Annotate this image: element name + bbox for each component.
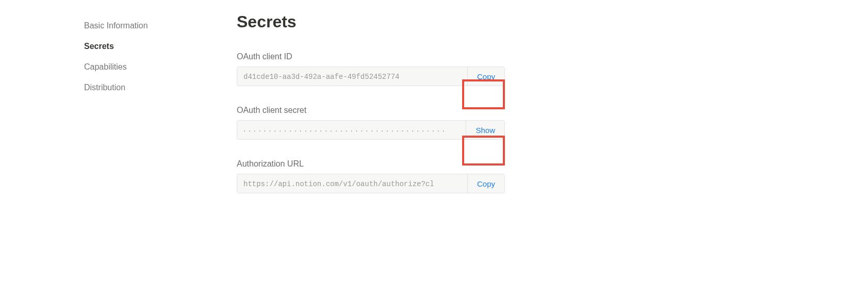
- oauth-client-id-value[interactable]: d41cde10-aa3d-492a-aafe-49fd52452774: [237, 67, 467, 86]
- sidebar: Basic Information Secrets Capabilities D…: [84, 15, 237, 213]
- oauth-client-secret-masked[interactable]: ········································: [237, 121, 466, 139]
- main-content: Secrets OAuth client ID d41cde10-aa3d-49…: [237, 15, 505, 213]
- authorization-url-row: https://api.notion.com/v1/oauth/authoriz…: [237, 174, 505, 193]
- sidebar-item-capabilities[interactable]: Capabilities: [84, 57, 237, 77]
- sidebar-item-basic-information[interactable]: Basic Information: [84, 15, 237, 36]
- page-title: Secrets: [237, 12, 505, 31]
- oauth-client-secret-label: OAuth client secret: [237, 106, 505, 115]
- sidebar-item-distribution[interactable]: Distribution: [84, 77, 237, 98]
- copy-authorization-url-button[interactable]: Copy: [467, 174, 504, 193]
- authorization-url-value[interactable]: https://api.notion.com/v1/oauth/authoriz…: [237, 174, 467, 193]
- copy-client-id-button[interactable]: Copy: [467, 67, 504, 86]
- oauth-client-secret-row: ········································…: [237, 120, 505, 140]
- oauth-client-id-row: d41cde10-aa3d-492a-aafe-49fd52452774 Cop…: [237, 67, 505, 86]
- authorization-url-label: Authorization URL: [237, 159, 505, 169]
- field-oauth-client-id: OAuth client ID d41cde10-aa3d-492a-aafe-…: [237, 52, 505, 86]
- field-authorization-url: Authorization URL https://api.notion.com…: [237, 159, 505, 193]
- show-client-secret-button[interactable]: Show: [466, 121, 504, 139]
- oauth-client-id-label: OAuth client ID: [237, 52, 505, 61]
- sidebar-item-secrets[interactable]: Secrets: [84, 36, 237, 57]
- field-oauth-client-secret: OAuth client secret ····················…: [237, 106, 505, 140]
